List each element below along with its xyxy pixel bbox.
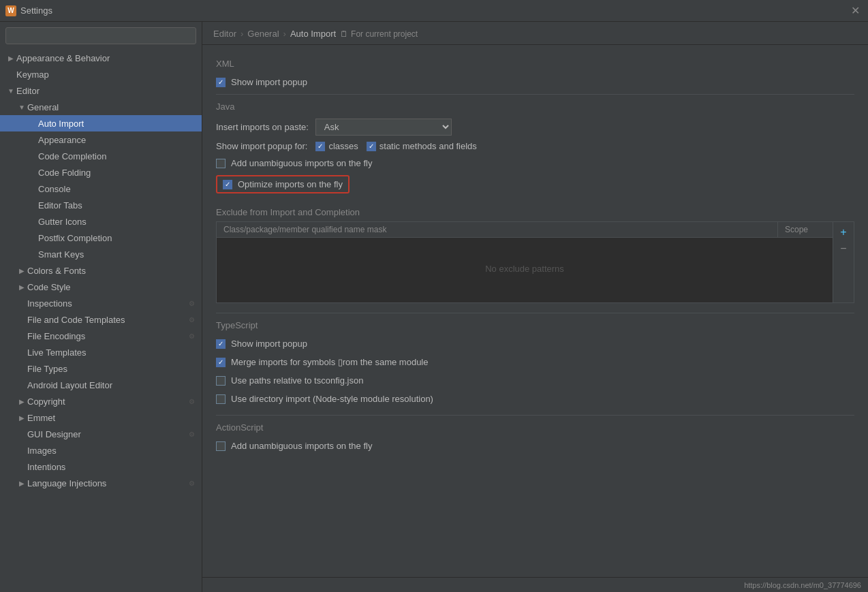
show-import-popup-row: Show import popup for: classes static me…: [216, 141, 854, 151]
sidebar-item-editor-tabs[interactable]: Editor Tabs: [0, 197, 202, 213]
typescript-section-label: TypeScript: [216, 320, 854, 330]
static-methods-checkbox-wrap: static methods and fields: [367, 141, 477, 151]
table-col1: Class/package/member qualified name mask: [217, 222, 778, 237]
arrow-icon: ▶: [16, 480, 27, 487]
add-unambiguous-checkbox[interactable]: [216, 159, 226, 168]
sidebar-item-emmet[interactable]: ▶ Emmet: [0, 409, 202, 426]
add-pattern-button[interactable]: +: [836, 225, 851, 240]
insert-imports-row: Insert imports on paste: Ask: [216, 119, 854, 136]
exclude-label: Exclude from Import and Completion: [216, 207, 854, 217]
sidebar-item-smart-keys[interactable]: Smart Keys: [0, 246, 202, 262]
xml-show-import-popup-label: Show import popup: [231, 77, 307, 87]
content-area: Editor › General › Auto Import 🗒 For cur…: [202, 22, 868, 592]
ts-use-paths-label: Use paths relative to tsconfig.json: [231, 375, 363, 386]
actionscript-section-label: ActionScript: [216, 422, 854, 433]
as-add-unambiguous-checkbox[interactable]: [216, 441, 226, 451]
sidebar-item-android-layout-editor[interactable]: Android Layout Editor: [0, 377, 202, 393]
optimize-imports-label: Optimize imports on the fly: [238, 179, 343, 189]
arrow-icon: ▶: [16, 398, 27, 405]
project-label: For current project: [351, 29, 418, 39]
sidebar-item-live-templates[interactable]: Live Templates: [0, 344, 202, 360]
sidebar-item-appearance-behavior[interactable]: ▶ Appearance & Behavior: [0, 50, 202, 66]
add-unambiguous-label: Add unambiguous imports on the fly: [231, 158, 372, 168]
ts-merge-imports-checkbox[interactable]: [216, 358, 226, 367]
xml-show-import-popup-checkbox[interactable]: [216, 78, 226, 87]
breadcrumb-part1: Editor: [213, 29, 236, 39]
sidebar-item-gutter-icons[interactable]: Gutter Icons: [0, 213, 202, 230]
sidebar-item-console[interactable]: Console: [0, 181, 202, 197]
table-empty: No exclude patterns: [217, 238, 833, 299]
insert-imports-label: Insert imports on paste:: [216, 122, 309, 132]
arrow-icon: ▶: [16, 283, 27, 291]
classes-label: classes: [328, 141, 358, 151]
arrow-icon: ▶: [16, 267, 27, 275]
table-actions: + −: [833, 221, 854, 303]
close-button[interactable]: ✕: [848, 3, 863, 18]
sidebar-item-editor[interactable]: ▼ Editor: [0, 82, 202, 99]
insert-imports-select-wrap: Ask: [315, 119, 452, 136]
classes-checkbox-wrap: classes: [315, 141, 358, 151]
ts-use-directory-row: Use directory import (Node-style module …: [216, 392, 854, 405]
ts-show-import-popup-label: Show import popup: [231, 339, 307, 349]
ts-use-paths-checkbox[interactable]: [216, 376, 226, 386]
sidebar-item-code-completion[interactable]: Code Completion: [0, 148, 202, 164]
settings-icon: ⚙: [189, 300, 199, 307]
breadcrumb-sep1: ›: [241, 29, 243, 39]
classes-checkbox[interactable]: [315, 142, 325, 151]
arrow-icon: ▶: [16, 414, 27, 422]
sidebar-item-inspections[interactable]: Inspections ⚙: [0, 295, 202, 311]
settings-icon: ⚙: [189, 431, 199, 438]
sidebar-item-file-encodings[interactable]: File Encodings ⚙: [0, 328, 202, 344]
static-methods-checkbox[interactable]: [367, 142, 376, 151]
settings-icon: ⚙: [189, 398, 199, 405]
breadcrumb-current: Auto Import: [290, 29, 336, 39]
xml-show-import-popup-row: Show import popup: [216, 76, 854, 89]
sidebar-tree: ▶ Appearance & Behavior Keymap ▼ Editor …: [0, 48, 202, 592]
optimize-imports-checkbox[interactable]: [223, 180, 232, 189]
ts-show-import-popup-checkbox[interactable]: [216, 339, 226, 349]
static-methods-label: static methods and fields: [379, 141, 477, 151]
sidebar-item-images[interactable]: Images: [0, 442, 202, 458]
project-icon: 🗒: [340, 29, 348, 39]
settings-icon: ⚙: [189, 480, 199, 487]
arrow-icon: ▼: [16, 104, 27, 111]
sidebar-item-code-style[interactable]: ▶ Code Style: [0, 279, 202, 295]
sidebar-item-code-folding[interactable]: Code Folding: [0, 164, 202, 181]
app-icon: W: [5, 5, 16, 16]
settings-icon: ⚙: [189, 332, 199, 340]
show-import-label: Show import popup for:: [216, 141, 307, 151]
status-bar: https://blog.csdn.net/m0_37774696: [202, 577, 868, 592]
sidebar-item-copyright[interactable]: ▶ Copyright ⚙: [0, 393, 202, 409]
sidebar-item-language-injections[interactable]: ▶ Language Injections ⚙: [0, 475, 202, 491]
ts-use-paths-row: Use paths relative to tsconfig.json: [216, 374, 854, 387]
ts-use-directory-checkbox[interactable]: [216, 394, 226, 404]
sidebar-item-file-types[interactable]: File Types: [0, 360, 202, 377]
as-add-unambiguous-label: Add unambiguous imports on the fly: [231, 441, 372, 451]
sidebar-item-auto-import[interactable]: Auto Import: [0, 115, 202, 131]
sidebar-item-general[interactable]: ▼ General: [0, 99, 202, 115]
arrow-icon: ▶: [5, 54, 16, 62]
ts-use-directory-label: Use directory import (Node-style module …: [231, 394, 433, 404]
sidebar-item-appearance[interactable]: Appearance: [0, 131, 202, 148]
sidebar-item-postfix-completion[interactable]: Postfix Completion: [0, 230, 202, 246]
table-col2: Scope: [778, 222, 833, 237]
breadcrumb-part2: General: [247, 29, 279, 39]
remove-pattern-button[interactable]: −: [836, 241, 851, 256]
settings-icon: ⚙: [189, 316, 199, 324]
sidebar-item-file-code-templates[interactable]: File and Code Templates ⚙: [0, 311, 202, 328]
as-add-unambiguous-row: Add unambiguous imports on the fly: [216, 439, 854, 452]
exclude-table: Class/package/member qualified name mask…: [216, 221, 833, 303]
add-unambiguous-row: Add unambiguous imports on the fly: [216, 157, 854, 170]
sidebar: ▶ Appearance & Behavior Keymap ▼ Editor …: [0, 22, 202, 592]
sidebar-item-colors-fonts[interactable]: ▶ Colors & Fonts: [0, 262, 202, 279]
window-title: Settings: [20, 5, 52, 16]
sidebar-item-intentions[interactable]: Intentions: [0, 458, 202, 475]
sidebar-item-keymap[interactable]: Keymap: [0, 66, 202, 82]
ts-merge-imports-row: Merge imports for symbols ▯rom the same …: [216, 356, 854, 369]
sidebar-item-gui-designer[interactable]: GUI Designer ⚙: [0, 426, 202, 442]
ts-merge-imports-label: Merge imports for symbols ▯rom the same …: [231, 357, 428, 367]
search-input[interactable]: [5, 27, 196, 44]
ts-show-import-popup-row: Show import popup: [216, 337, 854, 350]
insert-imports-select[interactable]: Ask: [315, 119, 452, 136]
title-bar-left: W Settings: [5, 5, 52, 16]
